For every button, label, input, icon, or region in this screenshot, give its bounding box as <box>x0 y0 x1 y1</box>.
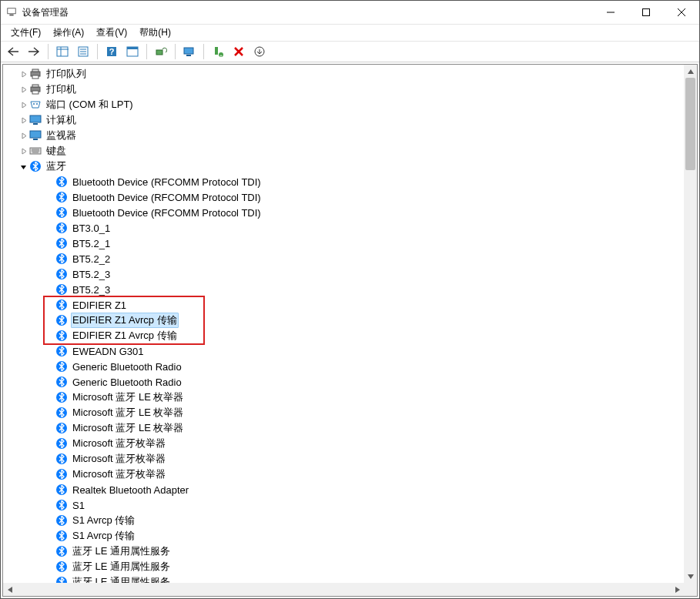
scrollbar-corner <box>684 583 697 596</box>
category-node[interactable]: 监视器 <box>3 128 684 143</box>
bluetooth-icon <box>55 314 68 326</box>
minimize-button[interactable] <box>593 1 628 24</box>
device-label: Bluetooth Device (RFCOMM Protocol TDI) <box>71 176 263 188</box>
device-node[interactable]: Realtek Bluetooth Adapter <box>3 482 684 497</box>
vertical-scrollbar[interactable] <box>684 65 697 583</box>
scrollbar-thumb[interactable] <box>685 78 695 170</box>
toolbar-separator <box>175 44 176 59</box>
device-node[interactable]: EWEADN G301 <box>3 343 684 359</box>
help-button[interactable]: ? <box>102 43 121 60</box>
menu-view[interactable]: 查看(V) <box>91 25 132 41</box>
device-node[interactable]: EDIFIER Z1 Avrcp 传输 <box>3 328 684 343</box>
scan-hardware-button[interactable] <box>152 43 170 60</box>
device-node[interactable]: S1 <box>3 497 684 513</box>
scroll-right-button[interactable] <box>671 583 684 596</box>
device-node[interactable]: EDIFIER Z1 <box>3 297 684 313</box>
device-node[interactable]: S1 Avrcp 传输 <box>3 513 684 528</box>
category-label: 计算机 <box>45 113 78 127</box>
scroll-up-button[interactable] <box>684 65 697 78</box>
bluetooth-icon <box>55 268 68 280</box>
bluetooth-icon <box>55 422 68 434</box>
device-node[interactable]: Microsoft 蓝牙 LE 枚举器 <box>3 420 684 436</box>
svg-rect-3 <box>643 9 650 16</box>
device-node[interactable]: EDIFIER Z1 Avrcp 传输 <box>3 313 684 328</box>
device-node[interactable]: Generic Bluetooth Radio <box>3 374 684 390</box>
bluetooth-icon <box>55 484 68 496</box>
add-device-button[interactable]: + <box>209 43 227 60</box>
chevron-down-icon[interactable] <box>18 162 28 171</box>
more-actions-button[interactable] <box>250 43 269 60</box>
menu-action[interactable]: 操作(A) <box>48 25 89 41</box>
chevron-right-icon[interactable] <box>18 131 28 140</box>
device-label: S1 <box>71 500 86 511</box>
menu-file[interactable]: 文件(F) <box>5 25 46 41</box>
device-node[interactable]: Bluetooth Device (RFCOMM Protocol TDI) <box>3 174 684 189</box>
chevron-right-icon[interactable] <box>18 69 28 79</box>
device-node[interactable]: 蓝牙 LE 通用属性服务 <box>3 559 684 574</box>
device-label: 蓝牙 LE 通用属性服务 <box>71 560 172 574</box>
device-node[interactable]: BT5.2_2 <box>3 251 684 266</box>
svg-rect-18 <box>184 48 193 54</box>
bluetooth-icon <box>55 345 68 357</box>
device-node[interactable]: Microsoft 蓝牙 LE 枚举器 <box>3 405 684 420</box>
device-tree[interactable]: 打印队列打印机端口 (COM 和 LPT)计算机监视器键盘蓝牙Bluetooth… <box>3 65 684 583</box>
svg-rect-20 <box>215 47 218 55</box>
scroll-left-button[interactable] <box>3 583 16 596</box>
device-label: BT5.2_3 <box>71 269 112 280</box>
details-toggle-button[interactable] <box>123 43 142 60</box>
category-node[interactable]: 键盘 <box>3 143 684 159</box>
svg-rect-34 <box>30 115 41 122</box>
chevron-right-icon[interactable] <box>18 100 28 109</box>
scroll-down-button[interactable] <box>684 570 697 583</box>
category-node[interactable]: 打印队列 <box>3 66 684 82</box>
show-panel-button[interactable] <box>53 43 72 60</box>
maximize-button[interactable] <box>628 1 664 24</box>
device-node[interactable]: BT5.2_1 <box>3 236 684 251</box>
chevron-right-icon[interactable] <box>18 115 28 125</box>
menu-help[interactable]: 帮助(H) <box>134 25 176 41</box>
monitor-refresh-button[interactable] <box>180 43 199 60</box>
category-node[interactable]: 端口 (COM 和 LPT) <box>3 97 684 112</box>
svg-rect-37 <box>33 139 38 140</box>
device-node[interactable]: Microsoft 蓝牙 LE 枚举器 <box>3 390 684 405</box>
properties-button[interactable] <box>74 43 92 60</box>
svg-rect-1 <box>9 15 13 16</box>
remove-device-button[interactable] <box>229 43 248 60</box>
category-node[interactable]: 计算机 <box>3 112 684 128</box>
device-node[interactable]: Microsoft 蓝牙枚举器 <box>3 436 684 451</box>
chevron-right-icon[interactable] <box>18 85 28 94</box>
horizontal-scrollbar[interactable] <box>3 583 684 596</box>
device-label: BT3.0_1 <box>71 223 112 234</box>
category-node[interactable]: 蓝牙 <box>3 159 684 174</box>
category-label: 键盘 <box>45 144 68 158</box>
device-node[interactable]: Generic Bluetooth Radio <box>3 359 684 374</box>
back-button[interactable] <box>4 43 22 60</box>
category-node[interactable]: 打印机 <box>3 82 684 97</box>
device-node[interactable]: S1 Avrcp 传输 <box>3 528 684 544</box>
toolbar: ? + <box>1 41 699 62</box>
device-node[interactable]: Bluetooth Device (RFCOMM Protocol TDI) <box>3 189 684 205</box>
device-node[interactable]: 蓝牙 LE 通用属性服务 <box>3 574 684 583</box>
bluetooth-icon <box>55 407 68 419</box>
svg-rect-6 <box>57 47 68 56</box>
chevron-right-icon[interactable] <box>18 146 28 156</box>
device-node[interactable]: BT5.2_3 <box>3 266 684 282</box>
device-node[interactable]: 蓝牙 LE 通用属性服务 <box>3 544 684 559</box>
device-node[interactable]: BT5.2_3 <box>3 282 684 297</box>
forward-button[interactable] <box>25 43 43 60</box>
device-node[interactable]: Microsoft 蓝牙枚举器 <box>3 451 684 467</box>
monitor-icon <box>29 129 42 142</box>
svg-rect-28 <box>32 75 39 79</box>
device-label: EDIFIER Z1 <box>71 300 128 311</box>
device-node[interactable]: Bluetooth Device (RFCOMM Protocol TDI) <box>3 205 684 220</box>
keyboard-icon <box>29 145 42 157</box>
device-node[interactable]: Microsoft 蓝牙枚举器 <box>3 467 684 482</box>
device-label: Bluetooth Device (RFCOMM Protocol TDI) <box>71 207 263 219</box>
svg-rect-0 <box>8 8 16 14</box>
device-node[interactable]: BT3.0_1 <box>3 220 684 236</box>
app-icon <box>5 6 18 18</box>
close-button[interactable] <box>664 1 699 24</box>
bluetooth-icon <box>55 330 68 342</box>
bluetooth-icon <box>55 299 68 311</box>
device-label: Microsoft 蓝牙 LE 枚举器 <box>71 390 185 404</box>
